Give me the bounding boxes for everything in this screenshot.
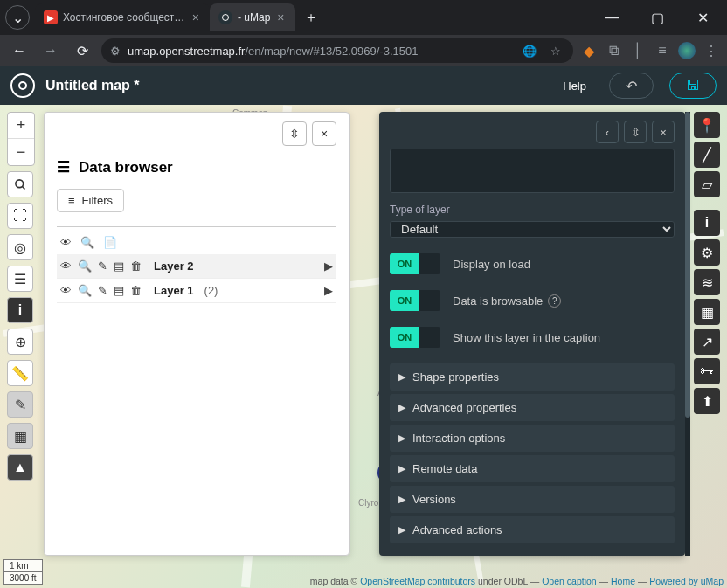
layer-type-select[interactable]: Default [390,221,675,238]
draw-polygon-button[interactable]: ▱ [694,171,720,197]
draw-line-button[interactable]: ╱ [694,142,720,168]
tab-active[interactable]: - uMap × [210,3,295,31]
import-button[interactable]: ⬆ [694,388,720,414]
toggle-row: ON Data is browsable ? [390,290,675,311]
layer-row[interactable]: 👁 🔍 ✎ ▤ 🗑 Layer 2 ▶ [57,254,336,279]
toggle-panel-button[interactable]: ⇳ [624,121,647,143]
edit-icon[interactable]: ✎ [98,284,107,297]
osm-link[interactable]: OpenStreetMap contributors [360,576,475,586]
tab-favicon-icon [218,10,232,24]
info-button[interactable]: i [7,297,33,323]
zoom-out-button[interactable]: − [8,139,34,165]
translate-icon[interactable]: 🌐 [521,42,538,59]
tab-list-dropdown[interactable]: ⌄ [5,5,30,30]
layer-row[interactable]: 👁 🔍 ✎ ▤ 🗑 Layer 1 (2) ▶ [57,279,336,303]
reload-button[interactable]: ⟳ [70,38,94,63]
filters-button[interactable]: ≡ Filters [57,189,124,212]
extension-icon[interactable]: ⧉ [605,42,622,59]
delete-icon[interactable]: 🗑 [130,259,142,273]
manage-layers-button[interactable]: ≋ [694,269,720,295]
expand-icon[interactable]: ▶ [324,284,333,297]
tab-inactive[interactable]: ▶ Хостинговое сообщество «Tin × [35,3,210,31]
center-button[interactable]: ↗ [694,329,720,355]
help-icon[interactable]: ? [548,294,561,308]
powered-link[interactable]: Powered by uMap [649,576,724,586]
tilelayer-button[interactable]: ▦ [7,423,33,449]
fullscreen-button[interactable]: ⛶ [7,203,33,229]
home-link[interactable]: Home [611,576,635,586]
accordion-shape-properties[interactable]: ▶Shape properties [390,363,675,391]
maximize-button[interactable]: ▢ [638,4,676,31]
address-bar[interactable]: ⚙ umap.openstreetmap.fr/en/map/new/#13/5… [101,38,573,63]
table-icon[interactable]: ▤ [114,259,124,273]
back-button[interactable]: ← [7,38,31,63]
collapse-button[interactable]: ▲ [7,454,33,481]
edit-osm-button[interactable]: ✎ [7,391,33,418]
undo-button[interactable]: ↶ [609,73,654,99]
new-tab-button[interactable]: ＋ [299,5,323,30]
zoom-icon[interactable]: 🔍 [78,259,92,273]
extension-icon[interactable]: ◆ [580,42,598,59]
table-icon[interactable]: ▤ [114,284,124,297]
tilelayers-button[interactable]: ▦ [694,299,720,325]
map-title[interactable]: Untitled map * [45,78,552,93]
show-in-caption-toggle[interactable]: ON [390,327,440,348]
permissions-button[interactable]: 🗝 [694,358,720,384]
description-textarea[interactable] [390,149,675,193]
draw-marker-button[interactable]: 📍 [694,112,720,138]
umap-logo-icon[interactable] [10,73,35,98]
bookmark-icon[interactable]: ☆ [547,42,564,59]
measure-button[interactable]: 📏 [7,360,33,386]
reading-list-icon[interactable]: ≡ [654,42,671,59]
map-canvas[interactable]: Common A438 Clyro + − ⛶ ◎ ☰ i ⊕ 📏 ✎ ▦ ▲ … [0,105,727,588]
zoom-icon[interactable]: 🔍 [78,284,92,297]
close-icon[interactable]: × [190,9,201,26]
layers-button[interactable]: ☰ [7,266,33,292]
locate-button[interactable]: ⊕ [7,329,33,355]
extension-icon[interactable]: │ [629,42,647,59]
copy-icon[interactable]: 📄 [103,236,117,249]
expand-icon[interactable]: ▶ [324,259,333,273]
chevron-right-icon: ▶ [398,494,405,505]
menu-icon[interactable]: ⋮ [703,42,720,59]
window-controls: — ▢ ✕ [592,4,722,31]
accordion-remote-data[interactable]: ▶Remote data [390,455,675,482]
forward-button[interactable]: → [38,38,63,63]
accordion-advanced-actions[interactable]: ▶Advanced actions [390,516,675,543]
visibility-icon[interactable]: 👁 [60,259,72,273]
visibility-icon[interactable]: 👁 [60,284,72,297]
profile-icon[interactable] [678,42,696,59]
close-panel-button[interactable]: × [652,121,675,143]
share-button[interactable]: ◎ [7,234,33,260]
data-browsable-toggle[interactable]: ON [390,290,440,311]
caption-link[interactable]: Open caption [542,576,596,586]
toggle-panel-button[interactable]: ⇳ [282,121,307,146]
zoom-in-button[interactable]: + [8,113,34,139]
save-button[interactable]: 🖫 [669,73,717,99]
layer-name: Layer 1 [154,284,194,297]
zoom-icon[interactable]: 🔍 [80,236,94,249]
visibility-icon[interactable]: 👁 [60,236,72,249]
help-link[interactable]: Help [563,80,586,93]
edit-icon[interactable]: ✎ [98,259,107,273]
tab-title: Хостинговое сообщество «Tin [63,11,185,24]
map-attribution: map data © OpenStreetMap contributors un… [310,576,724,586]
panel-scrollbar[interactable] [685,112,690,556]
close-panel-button[interactable]: × [312,121,336,146]
left-toolbar: + − ⛶ ◎ ☰ i ⊕ 📏 ✎ ▦ ▲ [7,112,35,481]
back-button[interactable]: ‹ [596,121,619,143]
filters-icon: ≡ [68,194,75,207]
close-window-button[interactable]: ✕ [683,4,722,31]
accordion-advanced-properties[interactable]: ▶Advanced properties [390,394,675,421]
accordion-interaction-options[interactable]: ▶Interaction options [390,425,675,452]
caption-button[interactable]: i [694,210,720,236]
site-settings-icon[interactable]: ⚙ [110,45,121,58]
minimize-button[interactable]: — [592,4,631,31]
close-icon[interactable]: × [275,9,286,26]
map-settings-button[interactable]: ⚙ [694,239,720,266]
delete-icon[interactable]: 🗑 [130,284,142,297]
search-button[interactable] [7,171,33,197]
accordion-versions[interactable]: ▶Versions [390,486,675,513]
display-on-load-toggle[interactable]: ON [390,253,440,274]
right-toolbar: 📍 ╱ ▱ i ⚙ ≋ ▦ ↗ 🗝 ⬆ [694,112,720,414]
